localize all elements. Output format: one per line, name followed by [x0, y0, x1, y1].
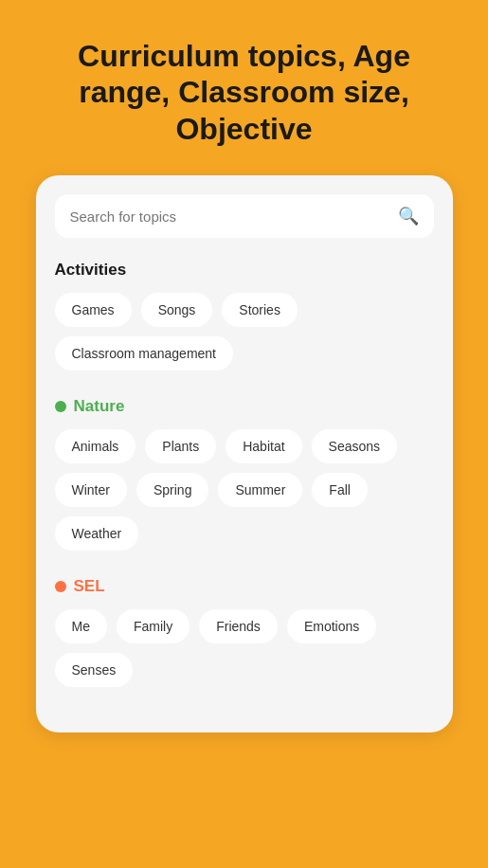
section-label-activities: Activities [55, 261, 127, 280]
section-sel: SELMeFamilyFriendsEmotionsSenses [55, 577, 434, 687]
tag-nature-habitat[interactable]: Habitat [226, 429, 301, 463]
section-dot-sel [55, 581, 66, 592]
section-nature: NatureAnimalsPlantsHabitatSeasonsWinterS… [55, 397, 434, 551]
search-bar: 🔍 [55, 194, 434, 238]
tag-nature-seasons[interactable]: Seasons [312, 429, 397, 463]
tag-activities-songs[interactable]: Songs [141, 293, 213, 327]
section-activities: ActivitiesGamesSongsStoriesClassroom man… [55, 261, 434, 371]
tag-sel-senses[interactable]: Senses [55, 653, 134, 687]
tags-row-activities: GamesSongsStoriesClassroom management [55, 293, 434, 371]
tag-nature-fall[interactable]: Fall [312, 473, 368, 507]
section-label-sel: SEL [74, 577, 105, 596]
tags-row-nature: AnimalsPlantsHabitatSeasonsWinterSpringS… [55, 429, 434, 551]
section-label-nature: Nature [74, 397, 125, 416]
sections-container: ActivitiesGamesSongsStoriesClassroom man… [55, 261, 434, 687]
search-icon: 🔍 [398, 206, 419, 226]
tag-activities-games[interactable]: Games [55, 293, 132, 327]
page-title: Curriculum topics, Age range, Classroom … [38, 38, 450, 147]
tag-sel-me[interactable]: Me [55, 609, 107, 643]
section-dot-nature [55, 401, 66, 412]
tag-sel-friends[interactable]: Friends [199, 609, 278, 643]
header: Curriculum topics, Age range, Classroom … [19, 38, 469, 147]
tag-activities-stories[interactable]: Stories [222, 293, 298, 327]
tag-nature-summer[interactable]: Summer [218, 473, 302, 507]
tag-sel-emotions[interactable]: Emotions [287, 609, 376, 643]
tag-nature-winter[interactable]: Winter [55, 473, 127, 507]
tag-nature-weather[interactable]: Weather [55, 516, 139, 551]
section-title-nature: Nature [55, 397, 434, 416]
section-title-sel: SEL [55, 577, 434, 596]
tag-sel-family[interactable]: Family [117, 609, 190, 643]
tag-nature-plants[interactable]: Plants [145, 429, 216, 463]
main-card: 🔍 ActivitiesGamesSongsStoriesClassroom m… [36, 175, 453, 732]
tags-row-sel: MeFamilyFriendsEmotionsSenses [55, 609, 434, 687]
section-title-activities: Activities [55, 261, 434, 280]
search-input[interactable] [70, 208, 398, 225]
tag-activities-classroom-management[interactable]: Classroom management [55, 336, 234, 371]
tag-nature-spring[interactable]: Spring [136, 473, 208, 507]
tag-nature-animals[interactable]: Animals [55, 429, 136, 463]
